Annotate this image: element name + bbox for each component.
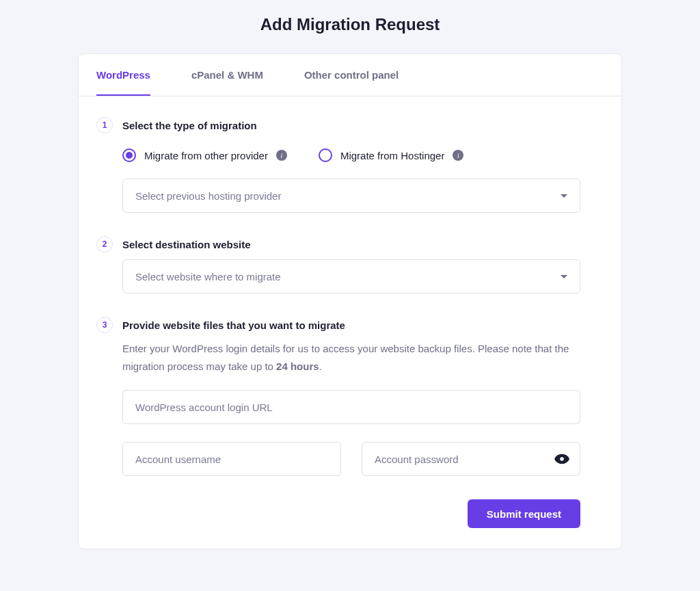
migration-card: WordPress cPanel & WHM Other control pan… xyxy=(78,53,622,549)
step-3-number: 3 xyxy=(96,317,113,333)
svg-point-0 xyxy=(560,457,564,461)
step-1: 1 Select the type of migration Migrate f… xyxy=(96,117,580,213)
radio-icon xyxy=(122,148,136,162)
step-3: 3 Provide website files that you want to… xyxy=(96,317,580,476)
chevron-down-icon xyxy=(561,275,567,278)
step-2-title: Select destination website xyxy=(122,239,251,250)
select-destination-website[interactable]: Select website where to migrate xyxy=(122,259,580,293)
step-2-number: 2 xyxy=(96,236,113,252)
step-2: 2 Select destination website Select webs… xyxy=(96,236,580,293)
form-content: 1 Select the type of migration Migrate f… xyxy=(79,96,621,549)
step-3-description: Enter your WordPress login details for u… xyxy=(122,340,580,375)
tab-other-panel[interactable]: Other control panel xyxy=(284,54,419,96)
info-icon[interactable]: i xyxy=(276,150,287,161)
select-previous-provider[interactable]: Select previous hosting provider xyxy=(122,179,580,213)
wp-login-url-input[interactable] xyxy=(122,390,580,424)
form-actions: Submit request xyxy=(96,499,580,528)
step-1-number: 1 xyxy=(96,117,113,133)
radio-label: Migrate from Hostinger xyxy=(340,150,445,161)
eye-icon[interactable] xyxy=(554,451,569,467)
account-username-input[interactable] xyxy=(122,442,341,476)
account-password-input[interactable] xyxy=(362,442,580,476)
step-3-title: Provide website files that you want to m… xyxy=(122,319,345,331)
tab-cpanel-whm[interactable]: cPanel & WHM xyxy=(171,54,284,96)
radio-label: Migrate from other provider xyxy=(144,150,268,161)
submit-request-button[interactable]: Submit request xyxy=(468,499,580,528)
info-icon[interactable]: i xyxy=(453,150,463,161)
select-placeholder: Select website where to migrate xyxy=(135,271,281,283)
radio-hostinger[interactable]: Migrate from Hostinger i xyxy=(319,148,464,162)
chevron-down-icon xyxy=(561,194,567,198)
radio-other-provider[interactable]: Migrate from other provider i xyxy=(122,148,287,162)
step-1-title: Select the type of migration xyxy=(122,120,257,131)
select-placeholder: Select previous hosting provider xyxy=(135,190,281,202)
tabs: WordPress cPanel & WHM Other control pan… xyxy=(79,54,621,96)
tab-wordpress[interactable]: WordPress xyxy=(96,54,150,96)
radio-icon xyxy=(319,148,332,162)
page-title: Add Migration Request xyxy=(0,0,700,53)
